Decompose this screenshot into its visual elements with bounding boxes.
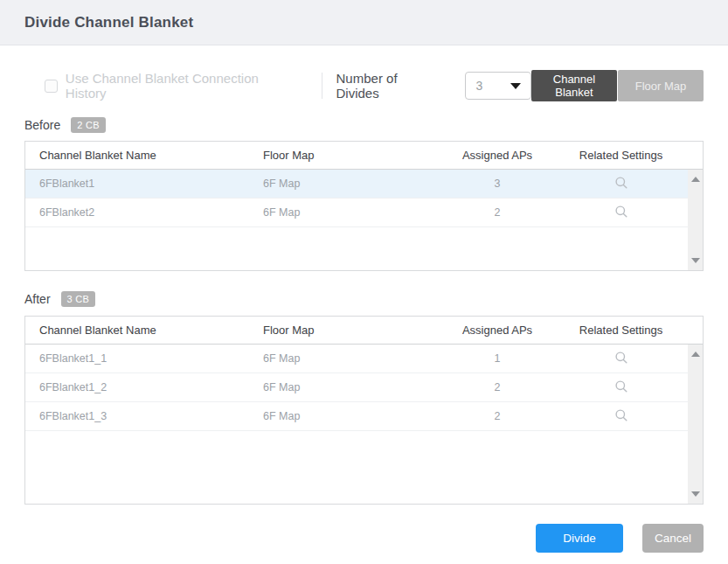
after-table: Channel Blanket Name Floor Map Assigned … xyxy=(24,316,704,505)
vertical-divider xyxy=(322,73,322,99)
divide-button[interactable]: Divide xyxy=(536,524,623,553)
after-label: After xyxy=(24,292,51,306)
column-header-assigned-aps: Assigned APs xyxy=(440,324,554,337)
cell-channel-blanket-name: 6FBlanket1_1 xyxy=(25,352,253,365)
search-icon[interactable] xyxy=(614,351,628,365)
after-table-header: Channel Blanket Name Floor Map Assigned … xyxy=(25,317,703,345)
search-icon[interactable] xyxy=(614,408,628,422)
search-icon[interactable] xyxy=(614,205,628,219)
tab-channel-blanket[interactable]: Channel Blanket xyxy=(531,70,617,101)
cell-assigned-aps: 1 xyxy=(440,352,554,365)
search-icon[interactable] xyxy=(614,176,628,190)
arrow-down-icon[interactable] xyxy=(691,491,700,497)
before-label: Before xyxy=(24,118,60,132)
view-toggle-group: Channel Blanket Floor Map xyxy=(531,70,704,101)
history-checkbox-group: Use Channel Blanket Connection History xyxy=(45,71,301,101)
column-header-assigned-aps: Assigned APs xyxy=(440,149,554,162)
caret-down-icon xyxy=(510,83,521,89)
tab-floor-map[interactable]: Floor Map xyxy=(618,70,704,101)
cell-assigned-aps: 2 xyxy=(440,206,554,219)
arrow-up-icon[interactable] xyxy=(691,177,700,182)
dialog-titlebar: Divide Channel Blanket xyxy=(0,0,728,45)
table-row[interactable]: 6FBlanket1_2 6F Map 2 xyxy=(25,373,703,402)
table-row[interactable]: 6FBlanket1_1 6F Map 1 xyxy=(25,345,703,373)
cell-channel-blanket-name: 6FBlanket1 xyxy=(25,178,253,190)
table-row[interactable]: 6FBlanket2 6F Map 2 xyxy=(25,198,703,227)
table-row[interactable]: 6FBlanket1 6F Map 3 xyxy=(25,170,703,198)
cell-related-settings xyxy=(554,408,688,425)
before-table: Channel Blanket Name Floor Map Assigned … xyxy=(24,141,704,271)
column-header-floor-map: Floor Map xyxy=(253,324,440,337)
history-checkbox-label: Use Channel Blanket Connection History xyxy=(66,71,301,101)
cell-assigned-aps: 3 xyxy=(440,178,554,190)
column-header-related-settings: Related Settings xyxy=(554,149,688,162)
after-table-scrollbar[interactable] xyxy=(688,345,703,504)
cell-floor-map: 6F Map xyxy=(253,178,440,190)
after-section-header: After 3 CB xyxy=(24,290,704,308)
before-section-header: Before 2 CB xyxy=(24,116,704,134)
cell-floor-map: 6F Map xyxy=(253,206,440,219)
after-count-badge: 3 CB xyxy=(61,291,96,307)
cell-floor-map: 6F Map xyxy=(253,381,440,393)
cell-related-settings xyxy=(554,379,688,396)
page-title: Divide Channel Blanket xyxy=(24,14,193,31)
dialog-body: Use Channel Blanket Connection History N… xyxy=(0,70,728,553)
cell-floor-map: 6F Map xyxy=(253,352,440,365)
arrow-down-icon[interactable] xyxy=(691,258,700,263)
cell-related-settings xyxy=(554,205,688,221)
cell-channel-blanket-name: 6FBlanket1_3 xyxy=(25,410,253,422)
number-of-divides-label: Number of Divides xyxy=(336,71,443,101)
controls-row: Use Channel Blanket Connection History N… xyxy=(24,70,704,101)
footer-actions: Divide Cancel xyxy=(24,524,704,553)
before-count-badge: 2 CB xyxy=(71,117,106,133)
table-row[interactable]: 6FBlanket1_3 6F Map 2 xyxy=(25,402,703,431)
column-header-related-settings: Related Settings xyxy=(554,324,688,337)
cell-channel-blanket-name: 6FBlanket2 xyxy=(25,206,253,219)
arrow-up-icon[interactable] xyxy=(691,352,700,357)
cell-related-settings xyxy=(554,351,688,367)
history-checkbox[interactable] xyxy=(45,80,58,93)
cell-assigned-aps: 2 xyxy=(440,410,554,422)
cell-related-settings xyxy=(554,176,688,192)
number-of-divides-value: 3 xyxy=(476,79,483,93)
cell-floor-map: 6F Map xyxy=(253,410,440,422)
before-table-scrollbar[interactable] xyxy=(688,170,703,270)
cell-channel-blanket-name: 6FBlanket1_2 xyxy=(25,381,253,393)
cell-assigned-aps: 2 xyxy=(440,381,554,393)
column-header-channel-blanket-name: Channel Blanket Name xyxy=(25,149,253,162)
search-icon[interactable] xyxy=(614,379,628,393)
number-of-divides-select[interactable]: 3 xyxy=(465,72,531,100)
before-table-header: Channel Blanket Name Floor Map Assigned … xyxy=(25,142,703,170)
column-header-channel-blanket-name: Channel Blanket Name xyxy=(25,324,253,337)
cancel-button[interactable]: Cancel xyxy=(642,524,704,553)
column-header-floor-map: Floor Map xyxy=(253,149,440,162)
